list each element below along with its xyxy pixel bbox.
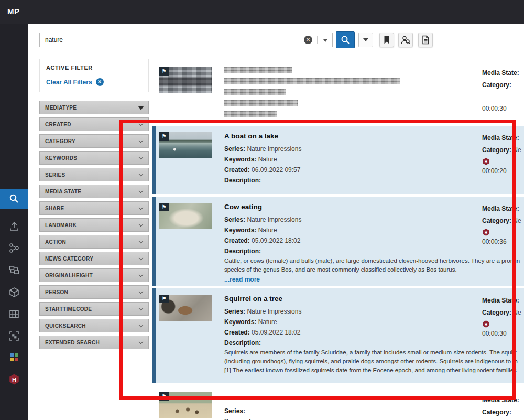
bookmark-icon xyxy=(381,35,392,45)
sidebar-item-share[interactable] xyxy=(0,238,28,258)
sidebar-item-archive[interactable] xyxy=(0,282,28,302)
chevron-down-icon xyxy=(363,38,368,41)
filter-media-state[interactable]: MEDIA STATE xyxy=(39,185,149,198)
description-label: Description: xyxy=(224,247,261,255)
result-thumbnail[interactable]: ⚑ xyxy=(159,132,212,158)
search-icon xyxy=(9,193,19,204)
media-type-flag-icon: ⚑ xyxy=(159,132,169,141)
filter-category[interactable]: CATEGORY xyxy=(39,134,149,148)
filter-quicksearch[interactable]: QUICKSEARCH xyxy=(39,319,149,332)
filter-mediatype[interactable]: MEDIATYPE xyxy=(39,101,149,114)
document-icon xyxy=(420,35,431,45)
result-thumbnail[interactable]: ⚑ xyxy=(159,295,212,321)
search-dropdown-caret-icon[interactable] xyxy=(323,39,328,42)
created-value: 05.09.2022 18:02 xyxy=(252,329,300,336)
app-logo: MP xyxy=(7,7,20,16)
qr-scan-icon xyxy=(8,330,20,342)
bookmark-button[interactable] xyxy=(379,33,394,47)
upload-icon xyxy=(8,220,20,232)
result-title[interactable] xyxy=(224,394,256,406)
svg-text:H: H xyxy=(485,322,487,327)
result-thumbnail[interactable]: ⚑ xyxy=(159,67,212,93)
clear-all-filters-link[interactable]: Clear All Filters ✕ xyxy=(46,78,104,86)
hd-badge: H xyxy=(482,157,524,167)
media-state-label: Media State: xyxy=(482,69,519,77)
category-value: Ne xyxy=(513,146,521,154)
clear-search-icon[interactable]: ✕ xyxy=(304,36,312,44)
result-row[interactable]: ⚑ A boat on a lake Series: Nature Impres… xyxy=(152,126,524,194)
keywords-label: Keywords: xyxy=(224,318,256,326)
filter-keywords[interactable]: KEYWORDS xyxy=(39,151,149,165)
left-sidebar: H xyxy=(0,24,28,420)
category-label: Category: xyxy=(482,309,511,316)
result-title[interactable]: Squirrel on a tree xyxy=(224,295,518,306)
hexagon-h-icon: H xyxy=(482,228,490,236)
filter-action[interactable]: ACTION xyxy=(39,235,149,249)
filter-created[interactable]: CREATED xyxy=(39,117,149,131)
chevron-down-icon xyxy=(139,222,143,227)
clear-filters-icon: ✕ xyxy=(96,78,104,86)
chevron-down-icon xyxy=(139,289,143,294)
sidebar-item-workflow[interactable] xyxy=(0,260,28,280)
filter-starttimecode[interactable]: STARTTIMECODE xyxy=(39,302,149,316)
series-label: Series: xyxy=(224,145,245,153)
sidebar-item-hires[interactable]: H xyxy=(0,369,28,389)
filter-originalheight[interactable]: ORIGINALHEIGHT xyxy=(39,268,149,282)
read-more-link[interactable]: ...read more xyxy=(224,276,260,283)
keywords-value: Nature xyxy=(258,318,277,326)
result-row-partial[interactable]: ⚑ Series: Keywords: Media State: Categor… xyxy=(152,390,524,420)
sidebar-item-media-grid[interactable] xyxy=(0,304,28,324)
result-thumbnail[interactable]: ⚑ xyxy=(159,203,212,229)
chevron-down-icon xyxy=(139,306,143,310)
results-list: ⚑ Media State: Category: 00:00:30 ⚑ A bo… xyxy=(152,61,524,420)
category-label: Category: xyxy=(482,217,511,224)
category-label: Category: xyxy=(482,146,511,154)
keywords-value: Nature xyxy=(258,227,277,234)
redacted-line xyxy=(224,100,298,106)
sidebar-item-search[interactable] xyxy=(0,189,28,209)
series-value: Nature Impressions xyxy=(247,308,301,315)
filter-share[interactable]: SHARE xyxy=(39,201,149,215)
cube-icon xyxy=(8,286,20,298)
chevron-down-icon xyxy=(139,239,143,243)
hexagon-h-icon: H xyxy=(482,320,490,328)
sidebar-item-upload[interactable] xyxy=(0,216,28,236)
result-thumbnail[interactable]: ⚑ xyxy=(159,392,212,418)
svg-text:H: H xyxy=(485,230,487,235)
filter-series[interactable]: SERIES xyxy=(39,168,149,181)
document-button[interactable] xyxy=(418,33,433,47)
result-meta: Media State: Category: Ne H 00:00:20 xyxy=(482,132,524,175)
result-row[interactable]: ⚑ Squirrel on a tree Series: Nature Impr… xyxy=(152,288,524,383)
media-type-flag-icon: ⚑ xyxy=(159,203,169,211)
chevron-down-icon xyxy=(139,206,143,210)
user-search-button[interactable] xyxy=(398,33,413,47)
keywords-label: Keywords: xyxy=(224,156,256,163)
result-title[interactable]: A boat on a lake xyxy=(224,132,301,144)
sidebar-item-qr-scan[interactable] xyxy=(0,326,28,346)
media-state-label: Media State: xyxy=(482,297,519,304)
filter-groups: MEDIATYPE CREATED CATEGORY KEYWORDS SERI… xyxy=(39,101,149,352)
search-input[interactable] xyxy=(40,33,302,47)
result-row[interactable]: ⚑ Cow eating Series: Nature Impressions … xyxy=(152,197,524,286)
chevron-down-icon xyxy=(138,106,144,110)
redacted-line xyxy=(224,78,400,84)
filter-extended-search[interactable]: EXTENDED SEARCH xyxy=(39,336,149,349)
filter-landmark[interactable]: LANDMARK xyxy=(39,218,149,232)
chevron-down-icon xyxy=(139,122,143,126)
result-title[interactable]: Cow eating xyxy=(224,203,520,214)
search-options-button[interactable] xyxy=(358,33,373,47)
hexagon-h-icon: H xyxy=(482,157,490,166)
user-search-icon xyxy=(400,35,411,45)
result-row-redacted[interactable]: ⚑ Media State: Category: 00:00:30 xyxy=(152,61,524,120)
duration: 00:00:36 xyxy=(482,238,524,245)
chevron-down-icon xyxy=(139,172,143,176)
redacted-line xyxy=(224,111,277,117)
filter-person[interactable]: PERSON xyxy=(39,285,149,299)
hexagon-h-icon: H xyxy=(8,373,20,385)
description-label: Description: xyxy=(224,177,261,184)
sidebar-item-apps[interactable] xyxy=(0,347,28,367)
search-button[interactable] xyxy=(336,31,355,48)
active-filter-title: ACTIVE FILTER xyxy=(46,64,93,71)
keywords-value: Nature xyxy=(258,156,277,163)
filter-news-category[interactable]: NEWS CATEGORY xyxy=(39,252,149,265)
